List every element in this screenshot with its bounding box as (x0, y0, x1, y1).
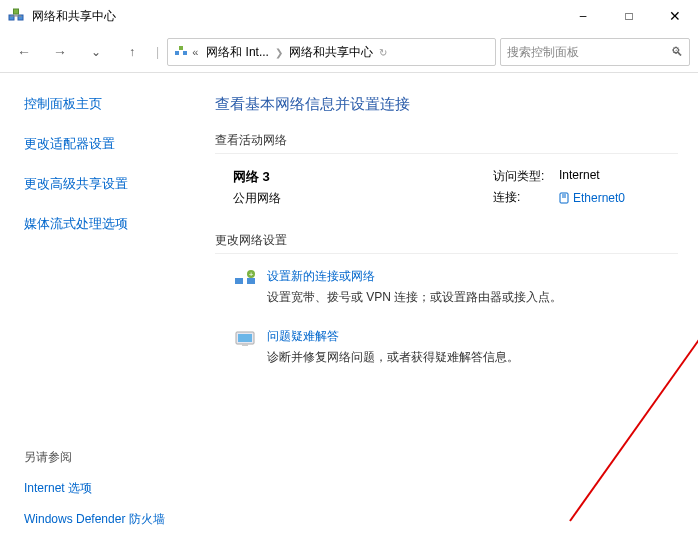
close-button[interactable]: ✕ (652, 0, 698, 32)
breadcrumb[interactable]: « 网络和 Int... ❯ 网络和共享中心 ↻ (167, 38, 496, 66)
control-panel-home-link[interactable]: 控制面板主页 (24, 95, 195, 113)
chevron-right-icon[interactable]: ❯ (275, 47, 283, 58)
refresh-icon[interactable]: ↻ (379, 47, 387, 58)
main-content: 查看基本网络信息并设置连接 查看活动网络 网络 3 公用网络 访问类型: Int… (195, 81, 698, 552)
maximize-button[interactable]: □ (606, 0, 652, 32)
section-divider (215, 153, 678, 154)
setup-connection-icon: + (233, 268, 257, 292)
svg-rect-2 (14, 9, 19, 14)
troubleshoot-icon (233, 328, 257, 352)
troubleshoot-desc: 诊断并修复网络问题，或者获得疑难解答信息。 (267, 349, 519, 366)
svg-rect-7 (175, 51, 179, 55)
svg-rect-19 (242, 344, 248, 346)
sidebar-link-media-streaming[interactable]: 媒体流式处理选项 (24, 215, 195, 233)
dropdown-history-button[interactable]: ⌄ (80, 38, 112, 66)
app-icon (8, 8, 24, 24)
network-type: 公用网络 (233, 190, 493, 207)
network-name: 网络 3 (233, 168, 493, 186)
section-divider (215, 253, 678, 254)
up-button[interactable]: ↑ (116, 38, 148, 66)
sidebar: 控制面板主页 更改适配器设置 更改高级共享设置 媒体流式处理选项 另请参阅 In… (0, 81, 195, 552)
setup-connection-link[interactable]: 设置新的连接或网络 (267, 268, 562, 285)
task-row: + 设置新的连接或网络 设置宽带、拨号或 VPN 连接；或设置路由器或接入点。 (215, 268, 678, 322)
sidebar-link-internet-options[interactable]: Internet 选项 (24, 480, 195, 497)
connection-value: Ethernet0 (573, 191, 625, 205)
connection-link[interactable]: Ethernet0 (559, 189, 625, 206)
minimize-button[interactable]: – (560, 0, 606, 32)
svg-rect-8 (183, 51, 187, 55)
svg-rect-13 (235, 278, 243, 284)
svg-rect-9 (179, 46, 183, 50)
sidebar-link-advanced-sharing[interactable]: 更改高级共享设置 (24, 175, 195, 193)
setup-connection-desc: 设置宽带、拨号或 VPN 连接；或设置路由器或接入点。 (267, 289, 562, 306)
breadcrumb-prefix: « (192, 46, 198, 58)
troubleshoot-link[interactable]: 问题疑难解答 (267, 328, 519, 345)
breadcrumb-icon (174, 45, 188, 59)
svg-text:+: + (249, 270, 254, 279)
access-type-value: Internet (559, 168, 600, 185)
access-type-label: 访问类型: (493, 168, 559, 185)
sidebar-link-defender-firewall[interactable]: Windows Defender 防火墙 (24, 511, 195, 528)
nav-separator: | (156, 45, 159, 59)
toolbar-divider (0, 72, 698, 73)
back-button[interactable]: ← (8, 38, 40, 66)
ethernet-icon (559, 192, 569, 204)
search-input[interactable]: 搜索控制面板 🔍︎ (500, 38, 690, 66)
task-row: 问题疑难解答 诊断并修复网络问题，或者获得疑难解答信息。 (215, 328, 678, 382)
search-placeholder: 搜索控制面板 (507, 44, 579, 61)
sidebar-link-adapter-settings[interactable]: 更改适配器设置 (24, 135, 195, 153)
breadcrumb-item-current[interactable]: 网络和共享中心 (289, 44, 373, 61)
active-network-row: 网络 3 公用网络 访问类型: Internet 连接: Ethernet0 (215, 168, 678, 210)
breadcrumb-item-parent[interactable]: 网络和 Int... (206, 44, 269, 61)
change-settings-title: 更改网络设置 (215, 232, 678, 249)
svg-rect-18 (238, 334, 252, 342)
page-heading: 查看基本网络信息并设置连接 (215, 95, 678, 114)
connection-label: 连接: (493, 189, 559, 206)
active-networks-title: 查看活动网络 (215, 132, 678, 149)
see-also-label: 另请参阅 (24, 449, 195, 466)
search-icon: 🔍︎ (671, 45, 683, 59)
forward-button[interactable]: → (44, 38, 76, 66)
window-title: 网络和共享中心 (32, 8, 560, 25)
